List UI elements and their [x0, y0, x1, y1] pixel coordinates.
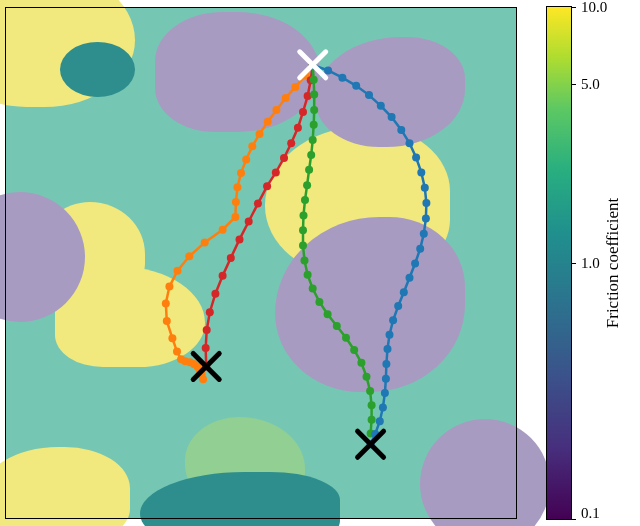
trajectory-dot	[400, 288, 408, 296]
trajectory-dot	[242, 156, 250, 164]
trajectory-dot	[333, 322, 341, 330]
trajectory-dot	[309, 285, 317, 293]
trajectory-dot	[174, 267, 182, 275]
colorbar-tick	[571, 263, 576, 264]
trajectory-dot	[377, 102, 385, 110]
trajectory-dot	[379, 403, 387, 411]
trajectory-dot	[324, 67, 332, 75]
trajectory-dot	[310, 106, 318, 114]
trajectory-dot	[185, 252, 193, 260]
trajectory-dot	[384, 345, 392, 353]
trajectory-dot	[162, 299, 170, 307]
trajectory-dot	[272, 106, 280, 114]
trajectory-dot	[287, 139, 295, 147]
trajectory-dot	[202, 344, 210, 352]
trajectory-dot	[272, 168, 280, 176]
trajectory-dot	[421, 184, 429, 192]
trajectory-dot	[389, 316, 397, 324]
trajectory-dot	[363, 373, 371, 381]
trajectory-dot	[301, 196, 309, 204]
trajectory-dot	[245, 218, 253, 226]
trajectory-dot	[366, 387, 374, 395]
colorbar-tick	[571, 84, 576, 85]
trajectory-dot	[310, 91, 318, 99]
colorbar-tick	[571, 7, 576, 8]
trajectory-dot	[309, 136, 317, 144]
trajectory-dot	[368, 416, 376, 424]
trajectory-dot	[201, 239, 209, 247]
trajectory-dot	[280, 154, 288, 162]
trajectory-dot	[291, 83, 299, 91]
trajectory-dot	[254, 200, 262, 208]
trajectory-dot	[231, 213, 239, 221]
trajectory-dot	[397, 126, 405, 134]
trajectory-dot	[422, 215, 430, 223]
trajectory-dot	[168, 334, 176, 342]
trajectory-dot	[233, 183, 241, 191]
trajectory-dot	[282, 94, 290, 102]
colorbar-label: Friction coefficient	[603, 198, 623, 328]
trajectory-dot	[299, 242, 307, 250]
trajectory-dot	[382, 360, 390, 368]
trajectory-dot	[203, 326, 211, 334]
trajectory-dot	[416, 245, 424, 253]
trajectory-dot	[236, 235, 244, 243]
colorbar: 10.0 5.0 1.0 0.1	[547, 7, 571, 519]
trajectory-dot	[263, 182, 271, 190]
trajectory-dot	[256, 130, 264, 138]
trajectory-dot	[299, 108, 307, 116]
trajectory-dot	[315, 298, 323, 306]
trajectory-dot	[219, 226, 227, 234]
trajectory-dot	[219, 272, 227, 280]
trajectory-dot	[300, 211, 308, 219]
trajectory-red	[206, 65, 313, 367]
trajectory-green	[303, 65, 372, 434]
trajectory-dot	[388, 113, 396, 121]
colorbar-ticklabel: 1.0	[581, 255, 600, 272]
trajectory-dot	[417, 168, 425, 176]
friction-trajectories-figure: 10.0 5.0 1.0 0.1 Friction coefficient	[0, 0, 640, 526]
trajectory-orange	[166, 65, 313, 379]
trajectory-dot	[382, 375, 390, 383]
trajectory-dot	[376, 417, 384, 425]
trajectory-dot	[412, 154, 420, 162]
trajectory-dot	[206, 308, 214, 316]
trajectory-dot	[264, 118, 272, 126]
trajectory-dot	[381, 389, 389, 397]
colorbar-gradient	[547, 7, 571, 519]
trajectory-dot	[310, 76, 318, 84]
trajectory-dot	[368, 401, 376, 409]
trajectory-dot	[211, 290, 219, 298]
trajectory-dot	[422, 199, 430, 207]
trajectory-dot	[294, 124, 302, 132]
trajectory-dot	[304, 92, 312, 100]
trajectory-dot	[310, 121, 318, 129]
trajectory-dot	[307, 151, 315, 159]
trajectory-dot	[386, 331, 394, 339]
trajectory-dot	[357, 359, 365, 367]
trajectory-dot	[411, 260, 419, 268]
trajectory-dot	[299, 226, 307, 234]
trajectory-dot	[420, 230, 428, 238]
trajectory-dot	[394, 302, 402, 310]
trajectory-dot	[165, 283, 173, 291]
trajectory-dot	[350, 346, 358, 354]
trajectory-dot	[342, 334, 350, 342]
colorbar-tick	[571, 519, 576, 520]
trajectory-dot	[406, 274, 414, 282]
trajectory-dot	[305, 166, 313, 174]
colorbar-ticklabel: 5.0	[581, 76, 600, 93]
trajectory-dot	[406, 139, 414, 147]
plot-area	[5, 7, 517, 519]
trajectory-dot	[163, 317, 171, 325]
colorbar-ticklabel: 0.1	[581, 505, 600, 522]
trajectory-dot	[301, 256, 309, 264]
trajectory-dot	[365, 91, 373, 99]
trajectory-dot	[237, 169, 245, 177]
trajectory-dot	[199, 375, 207, 383]
trajectory-dot	[352, 82, 360, 90]
trajectory-dot	[232, 198, 240, 206]
trajectory-dot	[303, 181, 311, 189]
trajectory-dot	[324, 310, 332, 318]
colorbar-ticklabel: 10.0	[581, 0, 607, 16]
